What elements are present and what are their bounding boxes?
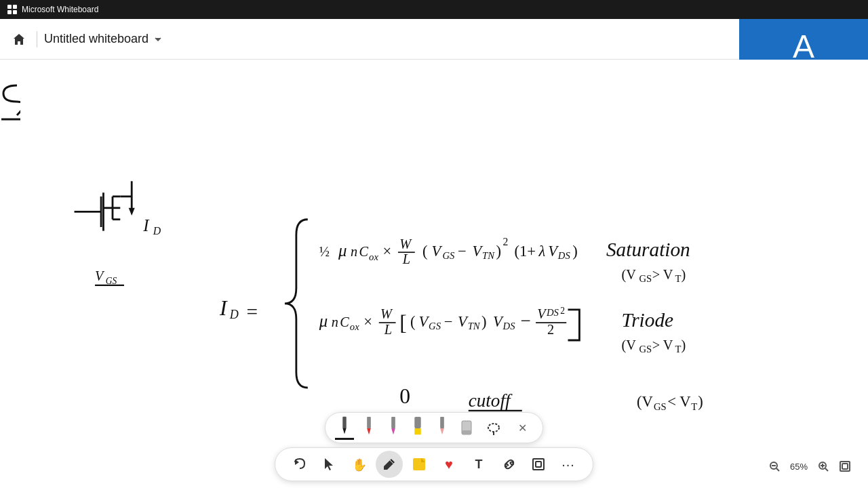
undo-button[interactable] [286,451,313,478]
svg-text:n: n [332,314,338,329]
app-icon [7,4,18,15]
svg-text:W: W [380,306,393,321]
svg-text:V: V [493,313,504,330]
yellow-highlighter-tool[interactable] [408,415,427,440]
svg-rect-93 [391,417,395,428]
dropdown-icon [153,34,163,45]
svg-text:T: T [675,273,682,284]
svg-marker-90 [342,428,347,434]
fit-to-screen-button[interactable] [835,457,854,476]
text-button[interactable]: T [465,451,492,478]
svg-text:[: [ [399,311,407,335]
more-tools-button[interactable]: ··· [555,451,582,478]
svg-text:V: V [95,268,105,283]
header: Untitled whiteboard A Abhishek Pullela [0,19,868,60]
svg-text:=: = [247,301,258,323]
svg-text:n: n [351,244,357,259]
svg-marker-94 [391,428,395,434]
svg-text:DS: DS [546,307,559,318]
home-button[interactable] [8,28,30,50]
svg-text:): ) [698,393,703,410]
svg-text:ox: ox [350,321,359,332]
bottom-toolbar: ✕ ✋ [275,412,593,481]
svg-marker-14 [129,208,135,216]
svg-text:TN: TN [482,250,495,261]
frame-button[interactable] [525,451,552,478]
svg-rect-106 [413,458,425,470]
svg-rect-108 [536,462,541,467]
svg-text:L: L [384,322,392,337]
svg-marker-103 [325,458,333,470]
lasso-select-btn[interactable] [481,415,506,440]
svg-text:V: V [458,313,469,330]
svg-text:−: − [444,313,453,330]
svg-text:V: V [472,243,483,260]
svg-text:V: V [418,313,429,330]
header-separator [37,31,37,47]
svg-line-113 [825,468,828,471]
select-button[interactable] [316,451,343,478]
app-title: Microsoft Whiteboard [22,5,98,14]
heart-button[interactable]: ♥ [435,451,462,478]
svg-text:GS: GS [639,273,652,284]
svg-text:): ) [682,338,686,353]
svg-rect-95 [414,417,420,428]
light-pen-tool[interactable] [433,415,452,440]
svg-text:×: × [363,313,372,330]
pen-color-toolbar: ✕ [325,412,543,443]
svg-rect-96 [414,428,420,434]
zoom-controls: 65% [765,457,854,476]
black-pen-tool[interactable] [335,415,354,440]
svg-text:): ) [572,243,578,260]
svg-text:Saturation: Saturation [606,239,690,260]
svg-text:(: ( [422,243,428,260]
eraser-tool[interactable] [457,415,476,440]
svg-text:μ: μ [319,312,328,330]
svg-rect-2 [7,10,12,14]
svg-text:(: ( [410,313,416,330]
svg-text:I: I [142,216,150,235]
avatar-letter: A [793,30,814,63]
svg-line-110 [776,468,779,471]
svg-text:(V: (V [622,267,637,283]
link-button[interactable] [495,451,522,478]
svg-rect-89 [342,417,347,428]
svg-rect-0 [7,5,12,9]
pink-pen-tool[interactable] [384,415,403,440]
zoom-out-button[interactable] [765,457,784,476]
canvas-area: I D V GS I D = ½ μ n C ox × W L ( V GS −… [0,60,868,488]
svg-text:0: 0 [399,384,410,408]
svg-text:2: 2 [503,236,509,247]
svg-marker-98 [440,428,444,434]
svg-rect-107 [533,459,544,470]
svg-text:GS: GS [442,250,455,261]
svg-text:GS: GS [639,344,652,354]
svg-rect-117 [842,464,848,469]
svg-rect-97 [440,417,444,428]
svg-text:cutoff: cutoff [469,390,513,411]
svg-text:−: − [458,243,467,260]
svg-text:✋: ✋ [352,458,367,472]
red-pen-tool[interactable] [359,415,378,440]
pan-button[interactable]: ✋ [346,451,373,478]
zoom-in-button[interactable] [814,457,833,476]
title-bar: Microsoft Whiteboard [0,0,868,19]
svg-text:λ: λ [538,243,546,260]
close-pen-toolbar-btn[interactable]: ✕ [511,417,533,439]
svg-text:): ) [496,243,501,260]
svg-marker-102 [295,460,299,465]
sticky-note-button[interactable] [406,451,433,478]
pen-button[interactable] [376,451,403,478]
svg-text:ox: ox [369,251,378,262]
svg-text:L: L [402,251,410,266]
svg-text:< V: < V [667,393,691,410]
svg-text:GS: GS [654,401,667,412]
svg-text:> V: > V [652,267,673,282]
svg-rect-1 [13,5,17,9]
svg-text:T: T [691,401,697,412]
svg-text:D: D [153,225,161,237]
svg-text:T: T [675,344,682,354]
svg-text:2: 2 [560,306,565,316]
whiteboard-title-btn[interactable]: Untitled whiteboard [44,32,163,46]
svg-text:C: C [340,314,349,329]
